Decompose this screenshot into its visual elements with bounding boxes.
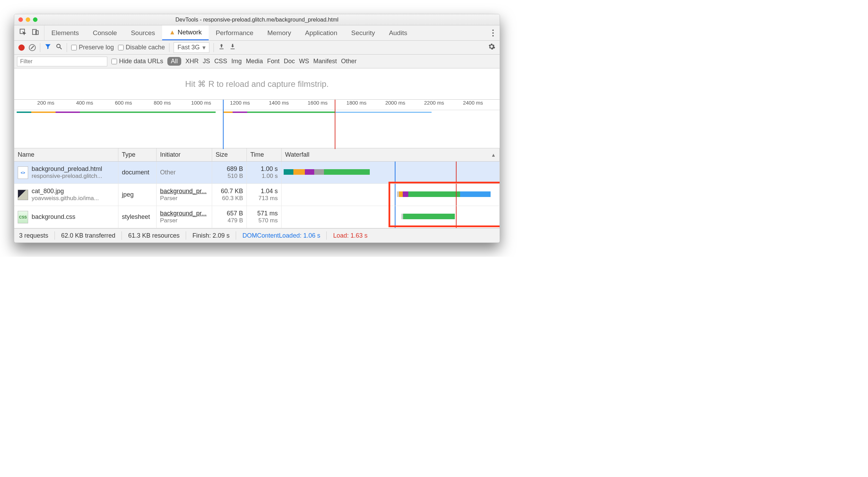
filter-bar: Hide data URLs All XHR JS CSS Img Media …: [14, 55, 500, 68]
load-marker: [456, 184, 457, 206]
cell-waterfall: [282, 162, 500, 183]
initiator-link[interactable]: background_pr...: [160, 210, 208, 217]
disable-cache-checkbox[interactable]: Disable cache: [118, 44, 165, 51]
cell-size-raw: 60.3 KB: [216, 195, 243, 202]
request-table: Name Type Initiator Size Time Waterfall▲…: [14, 148, 500, 229]
svg-point-6: [57, 44, 60, 48]
col-waterfall[interactable]: Waterfall▲: [282, 148, 500, 161]
cell-time: 1.04 s: [250, 188, 278, 195]
filter-type-css[interactable]: CSS: [214, 58, 227, 65]
table-row[interactable]: <>background_preload.htmlresponsive-prel…: [14, 162, 500, 184]
request-domain: responsive-preload.glitch...: [32, 173, 115, 180]
cell-waterfall: [282, 206, 500, 228]
traffic-lights: [14, 17, 37, 22]
filter-type-doc[interactable]: Doc: [284, 58, 295, 65]
tab-audits[interactable]: Audits: [382, 25, 414, 40]
request-name: background_preload.html: [32, 165, 115, 173]
export-har-icon[interactable]: [229, 43, 236, 52]
ruler-tick: 1000 ms: [189, 100, 213, 106]
filter-type-other[interactable]: Other: [341, 58, 357, 65]
main-tabs: Elements Console Sources ▲Network Perfor…: [14, 25, 500, 41]
devtools-window: DevTools - responsive-preload.glitch.me/…: [14, 14, 500, 243]
cell-size-raw: 510 B: [216, 173, 243, 180]
col-type[interactable]: Type: [118, 148, 157, 161]
cell-time: 1.00 s: [250, 165, 278, 173]
filter-type-manifest[interactable]: Manifest: [313, 58, 337, 65]
col-name[interactable]: Name: [14, 148, 118, 161]
warning-icon: ▲: [169, 28, 176, 36]
table-row[interactable]: CSSbackground.cssstylesheetbackground_pr…: [14, 206, 500, 228]
file-icon: [18, 190, 28, 200]
filter-type-xhr[interactable]: XHR: [185, 58, 199, 65]
cell-time-latency: 1.00 s: [250, 173, 278, 180]
filter-type-font[interactable]: Font: [267, 58, 279, 65]
close-window-button[interactable]: [18, 17, 23, 22]
cell-time-latency: 570 ms: [250, 217, 278, 224]
col-time[interactable]: Time: [247, 148, 282, 161]
hide-data-urls-checkbox[interactable]: Hide data URLs: [111, 58, 163, 65]
ruler-tick: 1800 ms: [344, 100, 369, 106]
filter-type-media[interactable]: Media: [246, 58, 263, 65]
filter-type-img[interactable]: Img: [231, 58, 242, 65]
initiator-sub: Parser: [160, 217, 208, 224]
minimize-window-button[interactable]: [26, 17, 30, 22]
svg-point-3: [492, 30, 494, 31]
filter-type-ws[interactable]: WS: [299, 58, 309, 65]
ruler-tick: 2200 ms: [422, 100, 446, 106]
file-icon: <>: [18, 166, 28, 179]
record-button[interactable]: [18, 44, 25, 51]
tab-performance[interactable]: Performance: [209, 25, 260, 40]
tab-sources[interactable]: Sources: [124, 25, 162, 40]
tab-memory[interactable]: Memory: [260, 25, 298, 40]
window-titlebar: DevTools - responsive-preload.glitch.me/…: [14, 14, 500, 25]
ruler-tick: 200 ms: [34, 100, 58, 106]
cell-size-raw: 479 B: [216, 217, 243, 224]
initiator-link[interactable]: background_pr...: [160, 188, 208, 195]
ruler-tick: 600 ms: [111, 100, 136, 106]
tab-console[interactable]: Console: [86, 25, 124, 40]
more-menu-icon[interactable]: [486, 25, 500, 40]
inspect-element-icon[interactable]: [19, 28, 27, 38]
ruler-tick: 2400 ms: [461, 100, 485, 106]
col-size[interactable]: Size: [212, 148, 247, 161]
dcl-marker: [395, 162, 395, 183]
request-name: background.css: [32, 213, 115, 221]
ruler-tick: 1600 ms: [306, 100, 330, 106]
import-har-icon[interactable]: [218, 43, 225, 52]
initiator-sub: Parser: [160, 195, 208, 202]
tab-security[interactable]: Security: [344, 25, 382, 40]
status-finish: Finish: 2.09 s: [192, 232, 229, 239]
cell-type: document: [118, 162, 157, 183]
cell-time: 571 ms: [250, 210, 278, 217]
dcl-marker: [395, 184, 395, 206]
zoom-window-button[interactable]: [33, 17, 37, 22]
filter-input[interactable]: [17, 57, 107, 66]
table-row[interactable]: cat_800.jpgyoavweiss.github.io/ima...jpe…: [14, 184, 500, 206]
dcl-marker: [395, 206, 395, 228]
status-load: Load: 1.63 s: [333, 232, 367, 239]
sort-asc-icon: ▲: [491, 152, 496, 158]
svg-point-4: [492, 32, 494, 34]
ruler-tick: 400 ms: [73, 100, 97, 106]
filmstrip-hint: Hit ⌘ R to reload and capture filmstrip.: [14, 68, 500, 100]
tab-application[interactable]: Application: [298, 25, 344, 40]
settings-icon[interactable]: [488, 43, 495, 52]
device-toolbar-icon[interactable]: [32, 28, 39, 38]
status-transferred: 62.0 KB transferred: [61, 232, 115, 239]
search-icon[interactable]: [56, 43, 62, 52]
filter-type-js[interactable]: JS: [203, 58, 210, 65]
preserve-log-checkbox[interactable]: Preserve log: [71, 44, 114, 51]
throttling-select[interactable]: Fast 3G▾: [174, 42, 209, 53]
window-title: DevTools - responsive-preload.glitch.me/…: [14, 17, 500, 23]
filter-icon[interactable]: [44, 43, 51, 52]
tab-elements[interactable]: Elements: [44, 25, 86, 40]
tab-network[interactable]: ▲Network: [162, 25, 209, 40]
col-initiator[interactable]: Initiator: [157, 148, 212, 161]
clear-button[interactable]: [29, 44, 36, 51]
ruler-tick: 2000 ms: [383, 100, 407, 106]
network-toolbar: Preserve log Disable cache Fast 3G▾: [14, 41, 500, 55]
status-requests: 3 requests: [19, 232, 48, 239]
timeline-overview[interactable]: 200 ms400 ms600 ms800 ms1000 ms1200 ms14…: [14, 100, 500, 148]
status-resources: 61.3 KB resources: [128, 232, 180, 239]
filter-type-all[interactable]: All: [167, 57, 181, 66]
